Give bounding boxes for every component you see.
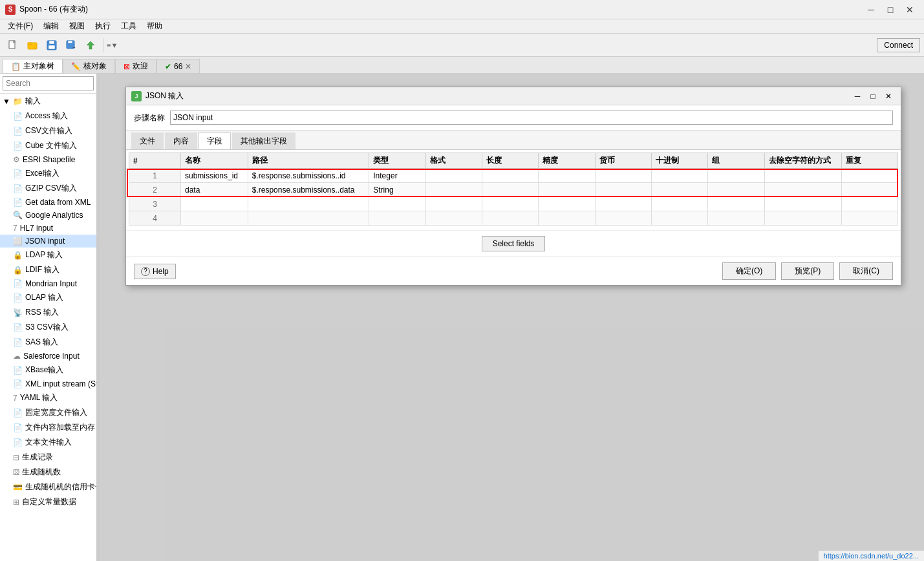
minimize-button[interactable]: ─ — [862, 3, 880, 16]
table-cell-path[interactable]: $.response.submissions..id — [248, 169, 369, 183]
table-cell-num[interactable]: 4 — [129, 211, 181, 226]
sidebar-item-gzip[interactable]: 📄 GZIP CSV输入 — [0, 181, 96, 196]
sidebar-item-access[interactable]: 📄 Access 输入 — [0, 109, 96, 123]
sidebar-item-google[interactable]: 🔍 Google Analytics — [0, 209, 96, 222]
table-cell-path[interactable] — [248, 211, 369, 226]
table-cell-precision[interactable] — [539, 197, 595, 211]
cancel-button[interactable]: 取消(C) — [839, 262, 893, 280]
table-cell-num[interactable]: 2 — [129, 183, 181, 197]
sidebar-item-xml[interactable]: 📄 XML input stream (StAX) — [0, 377, 96, 390]
sidebar-item-esri[interactable]: ⚙ ESRI Shapefile — [0, 153, 96, 166]
menu-run[interactable]: 执行 — [90, 19, 116, 33]
table-cell-repeat[interactable] — [841, 197, 897, 211]
sidebar-item-sas[interactable]: 📄 SAS 输入 — [0, 335, 96, 350]
table-cell-group[interactable] — [708, 197, 764, 211]
toolbar-open[interactable] — [23, 37, 41, 54]
table-row[interactable]: 3 — [129, 197, 898, 211]
menu-tools[interactable]: 工具 — [116, 19, 142, 33]
table-cell-trim[interactable] — [764, 211, 841, 226]
table-cell-decimal[interactable] — [651, 183, 707, 197]
table-cell-currency[interactable] — [595, 169, 651, 183]
table-cell-decimal[interactable] — [651, 169, 707, 183]
table-cell-decimal[interactable] — [651, 197, 707, 211]
connect-button[interactable]: Connect — [877, 38, 920, 52]
table-cell-precision[interactable] — [539, 211, 595, 226]
sidebar-item-getdata[interactable]: 📄 Get data from XML — [0, 196, 96, 209]
toolbar-saveas[interactable]: + — [62, 37, 80, 54]
table-row[interactable]: 2data$.response.submissions..dataString — [129, 183, 898, 197]
table-cell-format[interactable] — [425, 211, 482, 226]
table-cell-path[interactable]: $.response.submissions..data — [248, 183, 369, 197]
sidebar-item-generate-rows[interactable]: ⊟ 生成记录 — [0, 450, 96, 465]
table-cell-name[interactable]: submissions_id — [181, 169, 248, 183]
sidebar-item-text-file[interactable]: 📄 文本文件输入 — [0, 435, 96, 450]
sidebar-item-rss[interactable]: 📡 RSS 输入 — [0, 305, 96, 320]
inner-tab-fields[interactable]: 字段 — [199, 132, 231, 149]
sidebar-item-salesforce[interactable]: ☁ Salesforce Input — [0, 350, 96, 363]
sidebar-item-ldif[interactable]: 🔒 LDIF 输入 — [0, 262, 96, 277]
table-cell-group[interactable] — [708, 169, 764, 183]
toolbar-new[interactable] — [4, 37, 22, 54]
help-button[interactable]: ? Help — [134, 264, 176, 279]
table-cell-type[interactable]: Integer — [369, 169, 425, 183]
table-cell-length[interactable] — [482, 169, 538, 183]
close-button[interactable]: ✕ — [901, 3, 919, 16]
search-input[interactable] — [3, 76, 94, 90]
sidebar-item-mondrian[interactable]: 📄 Mondrian Input — [0, 277, 96, 290]
preview-button[interactable]: 预览(P) — [781, 262, 834, 280]
table-cell-name[interactable] — [181, 211, 248, 226]
sidebar-item-excel[interactable]: 📄 Excel输入 — [0, 166, 96, 181]
table-cell-num[interactable]: 3 — [129, 197, 181, 211]
tree-group-input[interactable]: ▼ 📁 输入 — [0, 94, 96, 109]
table-cell-num[interactable]: 1 — [129, 169, 181, 183]
toolbar-export[interactable] — [81, 37, 100, 54]
inner-tab-other-output[interactable]: 其他输出字段 — [232, 132, 295, 149]
sidebar-item-cube[interactable]: 📄 Cube 文件输入 — [0, 138, 96, 153]
dialog-minimize-button[interactable]: ─ — [850, 90, 865, 102]
table-cell-length[interactable] — [482, 183, 538, 197]
table-cell-name[interactable] — [181, 197, 248, 211]
table-cell-format[interactable] — [425, 183, 482, 197]
confirm-button[interactable]: 确定(O) — [722, 262, 776, 280]
select-fields-button[interactable]: Select fields — [482, 236, 546, 251]
table-cell-trim[interactable] — [764, 169, 841, 183]
table-cell-repeat[interactable] — [841, 211, 897, 226]
inner-tab-file[interactable]: 文件 — [131, 132, 164, 149]
outer-tab-dialog2[interactable]: ✔ 66 ✕ — [156, 59, 200, 73]
dialog-maximize-button[interactable]: □ — [866, 90, 880, 102]
table-cell-type[interactable] — [369, 211, 425, 226]
table-cell-group[interactable] — [708, 211, 764, 226]
menu-help[interactable]: 帮助 — [142, 19, 167, 33]
sidebar-item-generate-random-cc[interactable]: 💳 生成随机机的信用卡号 — [0, 480, 96, 494]
table-cell-name[interactable]: data — [181, 183, 248, 197]
dialog-close-button[interactable]: ✕ — [881, 90, 896, 102]
sidebar-item-json[interactable]: ⬜ JSON input — [0, 235, 96, 248]
menu-view[interactable]: 视图 — [64, 19, 90, 33]
table-row[interactable]: 4 — [129, 211, 898, 226]
table-cell-trim[interactable] — [764, 183, 841, 197]
step-name-input[interactable] — [170, 111, 893, 125]
maximize-button[interactable]: □ — [881, 3, 899, 16]
table-cell-currency[interactable] — [595, 183, 651, 197]
menu-edit[interactable]: 编辑 — [38, 19, 64, 33]
sidebar-item-ldap[interactable]: 🔒 LDAP 输入 — [0, 248, 96, 262]
table-cell-repeat[interactable] — [841, 169, 897, 183]
table-cell-trim[interactable] — [764, 197, 841, 211]
outer-tab-core-objects[interactable]: ✏️ 核对象 — [63, 59, 115, 73]
outer-tab-dialog1[interactable]: ⊠ 欢迎 — [115, 59, 156, 73]
sidebar-item-file-content[interactable]: 📄 文件内容加载至内存 — [0, 420, 96, 435]
table-cell-decimal[interactable] — [651, 211, 707, 226]
inner-tab-content[interactable]: 内容 — [165, 132, 197, 149]
table-cell-type[interactable] — [369, 197, 425, 211]
table-cell-currency[interactable] — [595, 197, 651, 211]
dialog2-close-icon[interactable]: ✕ — [185, 62, 191, 71]
sidebar-item-hl7[interactable]: 7️ HL7 input — [0, 222, 96, 235]
outer-tab-main-objects[interactable]: 📋 主对象树 — [3, 59, 63, 73]
table-cell-format[interactable] — [425, 169, 482, 183]
table-cell-repeat[interactable] — [841, 183, 897, 197]
sidebar-item-xbase[interactable]: 📄 XBase输入 — [0, 363, 96, 377]
table-row[interactable]: 1submissions_id$.response.submissions..i… — [129, 169, 898, 183]
sidebar-item-fixed-width[interactable]: 📄 固定宽度文件输入 — [0, 405, 96, 420]
sidebar-item-yaml[interactable]: 7️ YAML 输入 — [0, 390, 96, 405]
table-cell-group[interactable] — [708, 183, 764, 197]
